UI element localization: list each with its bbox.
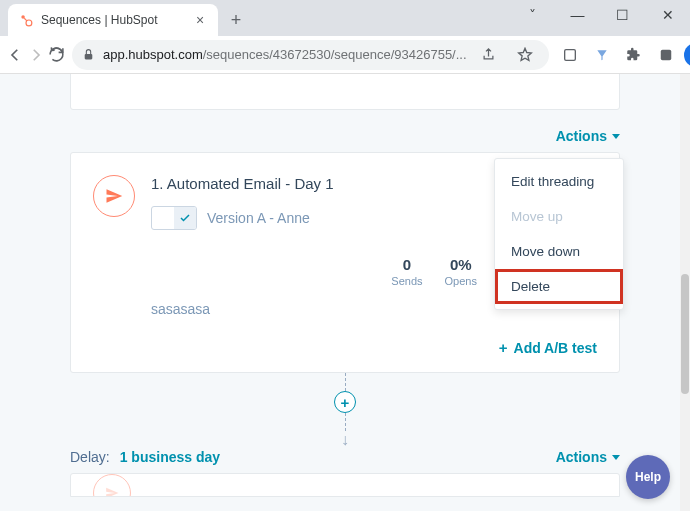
menu-move-up: Move up — [495, 199, 623, 234]
help-button[interactable]: Help — [626, 455, 670, 499]
browser-title-bar: Sequences | HubSpot × + ˅ — ☐ ✕ — [0, 0, 690, 36]
stat-opens: 0%Opens — [445, 256, 477, 287]
svg-rect-5 — [660, 49, 671, 60]
maximize-button[interactable]: ☐ — [600, 0, 645, 30]
profile-avatar[interactable]: A — [684, 43, 690, 67]
svg-rect-3 — [85, 54, 93, 59]
lock-icon — [82, 48, 95, 61]
address-bar: app.hubspot.com/sequences/43672530/seque… — [0, 36, 690, 74]
tab-close-icon[interactable]: × — [192, 12, 208, 28]
chevron-down-icon — [612, 455, 620, 460]
chevron-down-icon — [612, 134, 620, 139]
svg-line-2 — [24, 18, 27, 21]
actions-dropdown: Edit threading Move up Move down Delete — [494, 158, 624, 310]
hubspot-favicon-icon — [18, 12, 34, 28]
plus-icon: + — [499, 339, 508, 356]
url-text: app.hubspot.com/sequences/43672530/seque… — [103, 47, 467, 62]
delay-label: Delay: — [70, 449, 110, 465]
menu-delete[interactable]: Delete — [495, 269, 623, 304]
extension-icon-1[interactable] — [556, 41, 584, 69]
extension-icon-2[interactable] — [588, 41, 616, 69]
menu-move-down[interactable]: Move down — [495, 234, 623, 269]
browser-tab[interactable]: Sequences | HubSpot × — [8, 4, 218, 36]
send-icon — [93, 474, 131, 497]
scrollbar-thumb[interactable] — [681, 274, 689, 394]
new-tab-button[interactable]: + — [222, 6, 250, 34]
forward-button[interactable] — [27, 40, 45, 70]
actions-button[interactable]: Actions — [556, 128, 620, 144]
step-connector: + ↓ — [70, 373, 620, 449]
delay-actions-button[interactable]: Actions — [556, 449, 620, 465]
previous-card-edge — [70, 74, 620, 110]
toggle-seg-blank[interactable] — [152, 207, 174, 229]
toggle-seg-check[interactable] — [174, 207, 196, 229]
send-icon — [93, 175, 135, 217]
add-step-button[interactable]: + — [334, 391, 356, 413]
menu-edit-threading[interactable]: Edit threading — [495, 164, 623, 199]
window-controls: ˅ — ☐ ✕ — [510, 0, 690, 30]
scrollbar-track[interactable] — [680, 74, 690, 511]
caret-icon[interactable]: ˅ — [510, 0, 555, 30]
svg-rect-4 — [564, 49, 575, 60]
reload-button[interactable] — [48, 40, 65, 70]
close-window-button[interactable]: ✕ — [645, 0, 690, 30]
delay-row: Delay: 1 business day Actions — [70, 449, 620, 465]
arrow-down-icon: ↓ — [341, 431, 349, 449]
url-field[interactable]: app.hubspot.com/sequences/43672530/seque… — [72, 40, 549, 70]
actions-row: Actions Edit threading Move up Move down… — [70, 128, 620, 144]
share-icon[interactable] — [475, 41, 503, 69]
add-ab-test-button[interactable]: + Add A/B test — [93, 339, 597, 356]
stat-sends: 0Sends — [391, 256, 422, 287]
extension-icon-4[interactable] — [652, 41, 680, 69]
tab-title: Sequences | HubSpot — [41, 13, 185, 27]
version-toggle[interactable] — [151, 206, 197, 230]
delay-value[interactable]: 1 business day — [120, 449, 220, 465]
next-card-edge — [70, 473, 620, 497]
back-button[interactable] — [6, 40, 24, 70]
extensions-puzzle-icon[interactable] — [620, 41, 648, 69]
page-viewport: Actions Edit threading Move up Move down… — [0, 74, 690, 511]
minimize-button[interactable]: — — [555, 0, 600, 30]
star-icon[interactable] — [511, 41, 539, 69]
version-label: Version A - Anne — [207, 210, 310, 226]
extension-icons: A — [556, 41, 690, 69]
